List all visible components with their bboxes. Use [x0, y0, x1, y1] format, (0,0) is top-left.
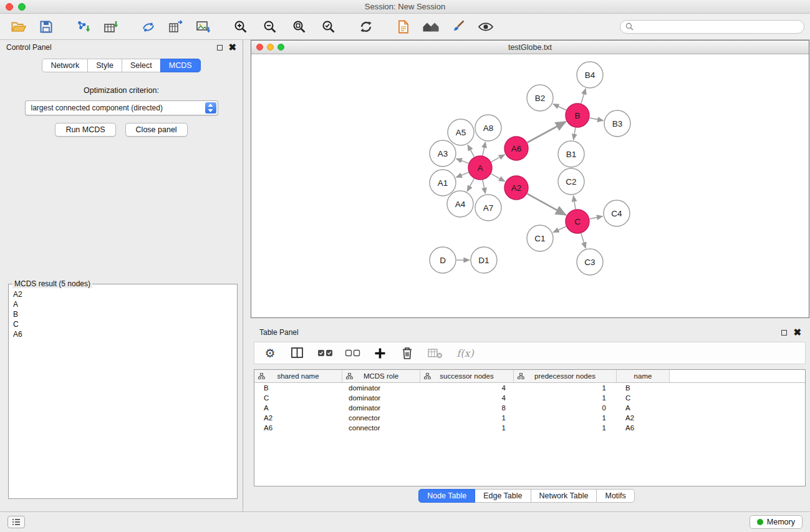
tab-node-table[interactable]: Node Table: [418, 489, 475, 503]
add-row-button[interactable]: [369, 344, 390, 362]
home-layout-button[interactable]: [420, 16, 442, 37]
zoom-fit-button[interactable]: [288, 16, 311, 37]
zoom-selected-button[interactable]: [317, 16, 340, 37]
function-icon: f(x): [456, 347, 473, 359]
graph-edge-A-A1[interactable]: [456, 172, 468, 177]
graph-node-label: A2: [511, 183, 522, 193]
graph-edge-C-C4[interactable]: [590, 216, 603, 219]
network-minimize-button[interactable]: [267, 44, 274, 51]
graph-edge-B-B1[interactable]: [574, 128, 576, 140]
column-header-mcds-role[interactable]: MCDS role: [342, 370, 420, 382]
select-all-button[interactable]: [314, 344, 335, 362]
network-from-table-button[interactable]: [165, 16, 187, 37]
graph-edge-A-A2[interactable]: [491, 174, 505, 181]
float-panel-icon[interactable]: [217, 45, 223, 51]
graph-node-label: B1: [566, 150, 577, 159]
graph-edge-B-B3[interactable]: [590, 118, 604, 120]
mcds-result-item[interactable]: A2: [13, 289, 237, 299]
show-hide-button[interactable]: [475, 16, 497, 37]
close-window-button[interactable]: [6, 3, 13, 11]
tab-edge-table[interactable]: Edge Table: [475, 489, 531, 503]
table-row[interactable]: Adominator80A: [254, 403, 805, 413]
new-network-button[interactable]: [137, 16, 160, 37]
graph-node-label: C1: [534, 234, 545, 243]
mcds-result-item[interactable]: A: [13, 299, 237, 309]
column-header-predecessor-nodes[interactable]: predecessor nodes: [514, 370, 617, 382]
graph-edge-A-A6[interactable]: [491, 155, 505, 162]
tab-style[interactable]: Style: [87, 59, 122, 72]
show-panels-button[interactable]: [7, 516, 25, 528]
table-panel: Table Panel ✖ ⚙: [243, 326, 810, 511]
export-image-button[interactable]: [192, 16, 215, 37]
graph-edge-C-C1[interactable]: [553, 226, 566, 232]
network-close-button[interactable]: [256, 44, 263, 51]
table-cell-filler: [670, 383, 805, 393]
close-panel-icon[interactable]: ✖: [228, 44, 236, 51]
network-zoom-button[interactable]: [277, 44, 284, 51]
window-titlebar: Session: New Session: [0, 0, 810, 14]
tab-motifs[interactable]: Motifs: [596, 489, 634, 503]
table-settings-button[interactable]: ⚙: [259, 344, 281, 362]
refresh-view-button[interactable]: [355, 16, 377, 37]
delete-rows-button[interactable]: [397, 344, 418, 362]
network-canvas[interactable]: B4B2BB3A5A8A6A3B1AA1C2A2A4A7C4CC1DD1C3: [251, 54, 809, 317]
column-header-name[interactable]: name: [617, 370, 670, 382]
apply-function-button[interactable]: f(x): [451, 344, 479, 362]
zoom-window-button[interactable]: [18, 3, 26, 11]
deselect-all-button[interactable]: [342, 344, 363, 362]
memory-button[interactable]: Memory: [750, 515, 803, 529]
session-file-button[interactable]: [392, 16, 415, 37]
graph-edge-C-C2[interactable]: [574, 196, 576, 210]
column-tree-icon: [518, 373, 524, 379]
tab-mcds[interactable]: MCDS: [160, 59, 201, 72]
graph-node-label: B: [574, 111, 580, 120]
graph-node-label: A6: [511, 144, 522, 153]
search-input[interactable]: [637, 22, 799, 31]
graph-edge-A-A7[interactable]: [483, 180, 485, 194]
graph-edge-A-A5[interactable]: [468, 145, 474, 157]
graph-edge-A2-C[interactable]: [528, 194, 566, 215]
import-network-button[interactable]: [72, 16, 95, 37]
close-table-panel-icon[interactable]: ✖: [793, 329, 801, 336]
graph-edge-C-C3[interactable]: [581, 233, 586, 248]
tab-network[interactable]: Network: [42, 59, 88, 72]
graph-edge-A-A8[interactable]: [483, 142, 485, 156]
table-row[interactable]: A6connector11A6: [254, 423, 805, 433]
zoom-out-button[interactable]: [259, 16, 281, 37]
main-toolbar: [0, 14, 810, 40]
table-cell: A: [617, 403, 670, 413]
table-row[interactable]: Bdominator41B: [254, 383, 805, 393]
apply-style-button[interactable]: [447, 16, 470, 37]
mcds-result-item[interactable]: B: [13, 309, 237, 319]
column-header-successor-nodes[interactable]: successor nodes: [420, 370, 514, 382]
table-row[interactable]: A2connector11A2: [254, 413, 805, 423]
open-session-button[interactable]: [7, 16, 30, 37]
float-table-panel-icon[interactable]: [781, 330, 787, 336]
table-row[interactable]: Cdominator41C: [254, 393, 805, 403]
graph-edge-A-A3[interactable]: [456, 158, 468, 163]
table-cell: connector: [342, 423, 420, 433]
save-session-button[interactable]: [35, 16, 57, 37]
zoom-in-button[interactable]: [229, 16, 252, 37]
show-columns-button[interactable]: [287, 344, 308, 362]
delete-table-icon: [427, 347, 443, 359]
import-table-button[interactable]: [100, 16, 122, 37]
table-cell: A6: [254, 423, 342, 433]
graph-edge-A6-B[interactable]: [528, 122, 566, 142]
delete-table-button[interactable]: [424, 344, 445, 362]
tab-select[interactable]: Select: [122, 59, 161, 72]
graph-edge-A-A4[interactable]: [467, 179, 474, 191]
search-box: [620, 20, 804, 34]
mcds-result-item[interactable]: C: [13, 319, 237, 329]
graph-edge-B-B2[interactable]: [553, 104, 566, 110]
optimization-criterion-select[interactable]: largest connected component (directed): [25, 100, 218, 115]
column-header-shared-name[interactable]: shared name: [254, 370, 342, 382]
table-cell: A2: [254, 413, 342, 423]
tab-network-table[interactable]: Network Table: [531, 489, 597, 503]
graph-edge-B-B4[interactable]: [581, 89, 586, 104]
run-mcds-button[interactable]: Run MCDS: [55, 123, 115, 137]
zoom-out-icon: [262, 19, 278, 35]
mcds-result-item[interactable]: A6: [13, 329, 237, 339]
close-panel-button[interactable]: Close panel: [125, 123, 188, 137]
home-icon: [422, 19, 440, 35]
